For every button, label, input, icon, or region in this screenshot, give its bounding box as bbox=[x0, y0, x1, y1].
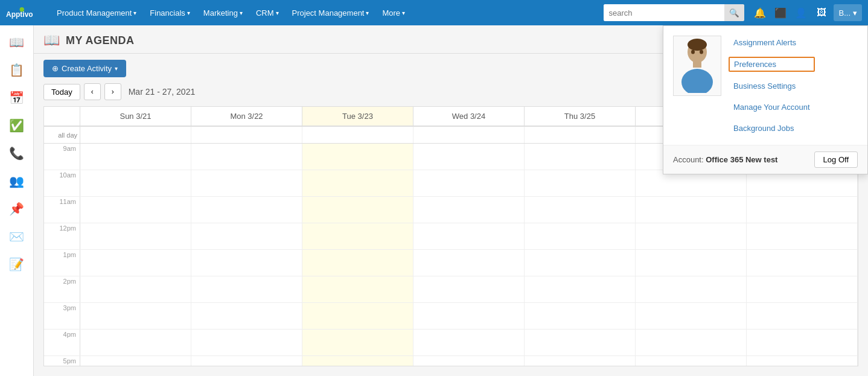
time-cell-fri-3pm[interactable] bbox=[636, 303, 747, 329]
time-cell-mon-12pm[interactable] bbox=[191, 223, 302, 249]
preferences-link[interactable]: Preferences bbox=[729, 57, 815, 72]
nav-project-management[interactable]: Project Management ▾ bbox=[287, 6, 374, 20]
user-profile-icon[interactable]: 👤 bbox=[793, 4, 809, 21]
time-cell-thu-2pm[interactable] bbox=[525, 276, 636, 302]
manage-account-link[interactable]: Manage Your Account bbox=[729, 100, 815, 114]
time-cell-tue-1pm[interactable] bbox=[302, 250, 413, 276]
time-cell-tue-9am[interactable] bbox=[302, 144, 413, 170]
background-jobs-link[interactable]: Background Jobs bbox=[729, 121, 815, 135]
business-settings-link[interactable]: Business Settings bbox=[729, 79, 815, 93]
avatar-icon[interactable]: 🖼 bbox=[813, 4, 830, 21]
time-cell-fri-2pm[interactable] bbox=[636, 276, 747, 302]
time-label-11am: 11am bbox=[44, 197, 80, 223]
time-label-10am: 10am bbox=[44, 170, 80, 196]
time-cell-thu-3pm[interactable] bbox=[525, 303, 636, 329]
all-day-sun[interactable] bbox=[80, 127, 191, 143]
time-cell-sat-1pm[interactable] bbox=[747, 250, 858, 276]
time-cell-wed-10am[interactable] bbox=[413, 170, 525, 196]
svg-point-7 bbox=[700, 50, 703, 54]
time-cell-sat-5pm[interactable] bbox=[747, 356, 858, 366]
next-button[interactable]: › bbox=[104, 83, 121, 100]
sidebar-icon-email[interactable]: ✉️ bbox=[5, 225, 29, 249]
sidebar-icon-book[interactable]: 📖 bbox=[5, 30, 29, 54]
time-cell-thu-9am[interactable] bbox=[525, 144, 636, 170]
time-cell-fri-5pm[interactable] bbox=[636, 356, 747, 366]
sidebar-icon-grid[interactable]: 📋 bbox=[5, 58, 29, 82]
time-cell-wed-11am[interactable] bbox=[413, 197, 525, 223]
time-cell-wed-12pm[interactable] bbox=[413, 223, 525, 249]
time-cell-mon-9am[interactable] bbox=[191, 144, 302, 170]
time-cell-thu-4pm[interactable] bbox=[525, 330, 636, 355]
logoff-button[interactable]: Log Off bbox=[814, 151, 858, 168]
time-cell-fri-4pm[interactable] bbox=[636, 330, 747, 355]
time-cell-tue-10am[interactable] bbox=[302, 170, 413, 196]
assignment-alerts-link[interactable]: Assignment Alerts bbox=[729, 36, 815, 49]
all-day-wed[interactable] bbox=[413, 127, 525, 143]
nav-financials[interactable]: Financials ▾ bbox=[145, 6, 195, 20]
time-cell-tue-12pm[interactable] bbox=[302, 223, 413, 249]
create-activity-button[interactable]: ⊕ Create Activity ▾ bbox=[43, 60, 126, 77]
sidebar-icon-checklist[interactable]: ✅ bbox=[5, 113, 29, 138]
time-cell-wed-3pm[interactable] bbox=[413, 303, 525, 329]
time-cell-mon-5pm[interactable] bbox=[191, 356, 302, 366]
time-cell-mon-10am[interactable] bbox=[191, 170, 302, 196]
sidebar-icon-contacts[interactable]: 👥 bbox=[5, 169, 29, 193]
time-cell-thu-12pm[interactable] bbox=[525, 223, 636, 249]
sidebar-icon-phone[interactable]: 📞 bbox=[5, 141, 29, 165]
time-cell-sun-4pm[interactable] bbox=[80, 330, 191, 355]
time-cell-sat-4pm[interactable] bbox=[747, 330, 858, 355]
time-cell-sat-12pm[interactable] bbox=[747, 223, 858, 249]
time-cell-mon-1pm[interactable] bbox=[191, 250, 302, 276]
time-cell-wed-9am[interactable] bbox=[413, 144, 525, 170]
time-cell-tue-4pm[interactable] bbox=[302, 330, 413, 355]
nav-more[interactable]: More ▾ bbox=[377, 6, 410, 20]
time-cell-sun-11am[interactable] bbox=[80, 197, 191, 223]
time-cell-mon-11am[interactable] bbox=[191, 197, 302, 223]
all-day-mon[interactable] bbox=[191, 127, 302, 143]
all-day-tue[interactable] bbox=[302, 127, 413, 143]
time-cell-sun-10am[interactable] bbox=[80, 170, 191, 196]
time-cell-fri-1pm[interactable] bbox=[636, 250, 747, 276]
sidebar-icon-calendar[interactable]: 📅 bbox=[5, 86, 29, 110]
time-cell-sun-2pm[interactable] bbox=[80, 276, 191, 302]
user-menu-button[interactable]: B... ▾ bbox=[834, 4, 862, 21]
today-button[interactable]: Today bbox=[43, 84, 80, 100]
time-cell-sun-9am[interactable] bbox=[80, 144, 191, 170]
search-input[interactable] bbox=[604, 4, 724, 21]
all-day-thu[interactable] bbox=[525, 127, 636, 143]
time-cell-thu-5pm[interactable] bbox=[525, 356, 636, 366]
time-cell-tue-2pm[interactable] bbox=[302, 276, 413, 302]
time-cell-sun-1pm[interactable] bbox=[80, 250, 191, 276]
time-cell-tue-3pm[interactable] bbox=[302, 303, 413, 329]
time-cell-sun-5pm[interactable] bbox=[80, 356, 191, 366]
nav-product-management[interactable]: Product Management ▾ bbox=[52, 6, 141, 20]
time-cell-fri-11am[interactable] bbox=[636, 197, 747, 223]
time-cell-mon-2pm[interactable] bbox=[191, 276, 302, 302]
apps-icon[interactable]: ⬛ bbox=[772, 4, 789, 21]
time-cell-sat-2pm[interactable] bbox=[747, 276, 858, 302]
time-cell-fri-12pm[interactable] bbox=[636, 223, 747, 249]
time-cell-wed-1pm[interactable] bbox=[413, 250, 525, 276]
time-cell-mon-3pm[interactable] bbox=[191, 303, 302, 329]
time-cell-thu-10am[interactable] bbox=[525, 170, 636, 196]
time-cell-sun-12pm[interactable] bbox=[80, 223, 191, 249]
notifications-icon[interactable]: 🔔 bbox=[752, 4, 768, 21]
time-cell-wed-5pm[interactable] bbox=[413, 356, 525, 366]
nav-marketing[interactable]: Marketing ▾ bbox=[199, 6, 247, 20]
nav-crm[interactable]: CRM ▾ bbox=[251, 6, 284, 20]
time-cell-tue-5pm[interactable] bbox=[302, 356, 413, 366]
time-cell-sun-3pm[interactable] bbox=[80, 303, 191, 329]
time-cell-sat-3pm[interactable] bbox=[747, 303, 858, 329]
app-logo[interactable]: Apptivo bbox=[6, 4, 42, 21]
time-cell-mon-4pm[interactable] bbox=[191, 330, 302, 355]
time-cell-wed-4pm[interactable] bbox=[413, 330, 525, 355]
prev-button[interactable]: ‹ bbox=[84, 83, 101, 100]
time-cell-sat-11am[interactable] bbox=[747, 197, 858, 223]
sidebar-icon-pin[interactable]: 📌 bbox=[5, 197, 29, 221]
time-cell-tue-11am[interactable] bbox=[302, 197, 413, 223]
sidebar-icon-notes[interactable]: 📝 bbox=[5, 252, 29, 276]
time-cell-thu-11am[interactable] bbox=[525, 197, 636, 223]
search-button[interactable]: 🔍 bbox=[724, 4, 744, 21]
time-cell-wed-2pm[interactable] bbox=[413, 276, 525, 302]
time-cell-thu-1pm[interactable] bbox=[525, 250, 636, 276]
